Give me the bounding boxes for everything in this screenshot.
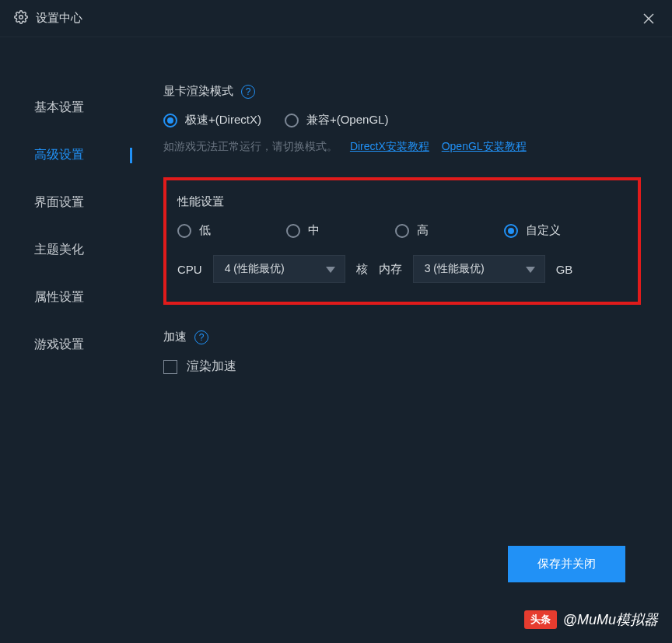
window-title: 设置中心: [36, 11, 639, 26]
gear-icon: [14, 10, 28, 27]
close-icon[interactable]: [639, 9, 658, 28]
help-icon[interactable]: ?: [194, 330, 208, 344]
radio-high-label: 高: [417, 223, 429, 238]
accel-title: 加速 ?: [163, 330, 641, 344]
radio-directx-label: 极速+(DirectX): [185, 113, 261, 128]
radio-opengl[interactable]: 兼容+(OpenGL): [285, 113, 388, 128]
mem-unit: GB: [556, 263, 573, 276]
spec-row: CPU 4 (性能最优) 核 内存 3 (性能最优) GB: [177, 255, 627, 283]
mem-select[interactable]: 3 (性能最优): [413, 255, 545, 283]
accel-label: 加速: [163, 330, 187, 344]
radio-circle-icon: [177, 224, 191, 238]
cpu-unit: 核: [356, 262, 368, 277]
radio-custom-label: 自定义: [526, 223, 561, 238]
watermark-text: @MuMu模拟器: [563, 610, 658, 629]
watermark: 头条 @MuMu模拟器: [524, 610, 658, 629]
performance-title: 性能设置: [177, 194, 627, 209]
radio-circle-icon: [286, 224, 300, 238]
render-hint-text: 如游戏无法正常运行，请切换模式。: [163, 140, 338, 152]
performance-options: 低 中 高 自定义: [177, 223, 627, 238]
main-panel: 显卡渲染模式 ? 极速+(DirectX) 兼容+(OpenGL) 如游戏无法正…: [132, 37, 672, 643]
cpu-select[interactable]: 4 (性能最优): [213, 255, 345, 283]
render-accel-checkbox[interactable]: [163, 360, 177, 374]
radio-circle-icon: [285, 114, 299, 128]
sidebar-item-advanced[interactable]: 高级设置: [0, 131, 132, 179]
cpu-select-value: 4 (性能最优): [225, 262, 285, 276]
sidebar-item-basic[interactable]: 基本设置: [0, 84, 132, 131]
radio-circle-icon: [504, 224, 518, 238]
link-opengl-tutorial[interactable]: OpenGL安装教程: [442, 140, 527, 152]
render-accel-label: 渲染加速: [187, 358, 236, 375]
chevron-down-icon: [526, 263, 535, 275]
radio-opengl-label: 兼容+(OpenGL): [306, 113, 388, 128]
sidebar-item-property[interactable]: 属性设置: [0, 274, 132, 321]
radio-circle-icon: [163, 114, 177, 128]
render-mode-title: 显卡渲染模式 ?: [163, 84, 641, 99]
mem-label: 内存: [379, 262, 402, 277]
watermark-badge: 头条: [524, 610, 557, 629]
sidebar-item-theme[interactable]: 主题美化: [0, 226, 132, 274]
chevron-down-icon: [326, 263, 335, 275]
render-mode-label: 显卡渲染模式: [163, 84, 233, 99]
sidebar-item-interface[interactable]: 界面设置: [0, 179, 132, 226]
titlebar: 设置中心: [0, 0, 672, 37]
performance-section: 性能设置 低 中 高 自定义: [163, 177, 641, 305]
mem-select-value: 3 (性能最优): [425, 262, 485, 276]
save-close-button[interactable]: 保存并关闭: [508, 546, 625, 582]
cpu-label: CPU: [177, 263, 202, 276]
sidebar-item-game[interactable]: 游戏设置: [0, 321, 132, 369]
radio-low-label: 低: [199, 223, 211, 238]
svg-point-0: [19, 15, 23, 19]
help-icon[interactable]: ?: [241, 85, 255, 99]
sidebar: 基本设置 高级设置 界面设置 主题美化 属性设置 游戏设置: [0, 37, 132, 643]
radio-custom[interactable]: 自定义: [504, 223, 613, 238]
radio-medium[interactable]: 中: [286, 223, 395, 238]
accel-checkbox-row: 渲染加速: [163, 358, 641, 375]
render-hint: 如游戏无法正常运行，请切换模式。 DirectX安装教程 OpenGL安装教程: [163, 140, 641, 154]
radio-circle-icon: [395, 224, 409, 238]
radio-directx[interactable]: 极速+(DirectX): [163, 113, 261, 128]
radio-low[interactable]: 低: [177, 223, 286, 238]
radio-medium-label: 中: [308, 223, 320, 238]
radio-high[interactable]: 高: [395, 223, 504, 238]
render-mode-options: 极速+(DirectX) 兼容+(OpenGL): [163, 113, 641, 128]
link-directx-tutorial[interactable]: DirectX安装教程: [350, 140, 429, 152]
